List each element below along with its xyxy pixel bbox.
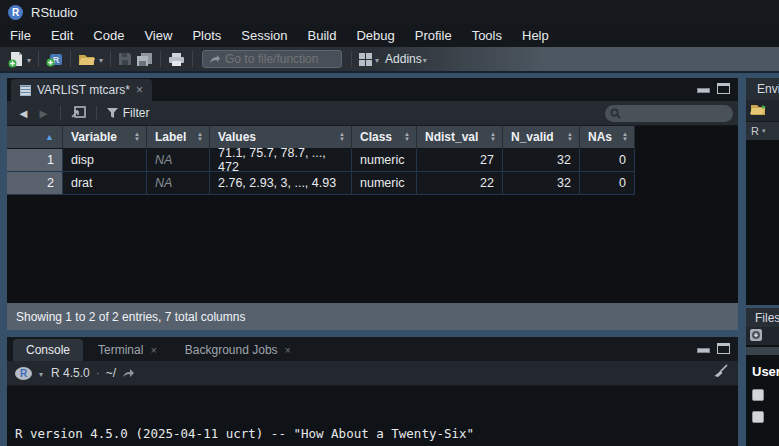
tab-close-icon[interactable]: × bbox=[136, 84, 143, 96]
panes-caret-icon[interactable]: ▾ bbox=[375, 56, 379, 65]
new-project-button[interactable]: R bbox=[44, 49, 65, 69]
console-output[interactable]: R version 4.5.0 (2025-04-11 ucrt) -- "Ho… bbox=[7, 386, 738, 446]
menu-view[interactable]: View bbox=[134, 24, 182, 47]
column-header-variable[interactable]: Variable ▲▼ bbox=[63, 126, 147, 149]
popout-window-icon bbox=[71, 106, 86, 118]
cell-label: NA bbox=[147, 149, 210, 172]
row-number-cell: 2 bbox=[7, 172, 63, 195]
column-header-n-valid[interactable]: N_valid ▲▼ bbox=[503, 126, 580, 149]
back-arrow-icon[interactable]: ◄ bbox=[17, 106, 30, 121]
tab-terminal[interactable]: Terminal × bbox=[85, 339, 170, 361]
cell-label: NA bbox=[147, 172, 210, 195]
print-button[interactable] bbox=[166, 49, 187, 69]
column-header-class[interactable]: Class ▲▼ bbox=[352, 126, 417, 149]
pane-window-controls bbox=[697, 343, 730, 354]
sort-arrows-icon[interactable]: ▲▼ bbox=[622, 132, 630, 142]
toolbar-separator bbox=[60, 106, 61, 120]
sort-arrows-icon[interactable]: ▲▼ bbox=[197, 132, 205, 142]
cell-n-valid: 32 bbox=[503, 149, 580, 172]
save-button[interactable] bbox=[116, 49, 134, 69]
column-label: Ndist_val bbox=[425, 130, 478, 144]
new-file-caret-icon[interactable]: ▾ bbox=[27, 56, 31, 65]
menu-code[interactable]: Code bbox=[83, 24, 134, 47]
tab-label: Terminal bbox=[98, 343, 143, 357]
go-to-directory-button[interactable] bbox=[122, 364, 135, 382]
tab-close-icon[interactable]: × bbox=[150, 344, 156, 356]
column-header-label[interactable]: Label ▲▼ bbox=[147, 126, 210, 149]
console-tab-strip: Console Terminal × Background Jobs × bbox=[7, 337, 738, 361]
cell-nas: 0 bbox=[580, 172, 635, 195]
tab-files[interactable]: Files bbox=[746, 308, 779, 327]
menu-debug[interactable]: Debug bbox=[346, 24, 404, 47]
install-packages-button[interactable] bbox=[749, 327, 764, 346]
sort-arrows-icon[interactable]: ▲▼ bbox=[490, 132, 498, 142]
new-file-button[interactable] bbox=[6, 49, 26, 69]
sort-arrows-icon[interactable]: ▲▼ bbox=[567, 132, 575, 142]
r-logo-icon: R bbox=[15, 367, 32, 380]
goto-file-function-box[interactable] bbox=[202, 50, 342, 68]
environment-scope-dropdown[interactable]: R ▾ bbox=[746, 122, 779, 140]
table-row[interactable]: 1 disp NA 71.1, 75.7, 78.7, ..., 472 num… bbox=[7, 149, 635, 172]
menu-profile[interactable]: Profile bbox=[405, 24, 462, 47]
menu-build[interactable]: Build bbox=[298, 24, 347, 47]
load-workspace-button[interactable] bbox=[750, 102, 768, 120]
addins-caret-icon[interactable]: ▾ bbox=[423, 56, 427, 65]
tab-environment[interactable]: Envir bbox=[746, 78, 779, 100]
minimize-icon[interactable] bbox=[697, 88, 710, 93]
rstudio-logo-icon: R bbox=[8, 5, 23, 20]
tab-close-icon[interactable]: × bbox=[285, 344, 291, 356]
tab-console[interactable]: Console bbox=[13, 339, 83, 361]
pane-window-controls bbox=[697, 83, 730, 94]
column-label: Label bbox=[155, 130, 186, 144]
sort-arrows-icon[interactable]: ▲▼ bbox=[404, 132, 412, 142]
open-file-button[interactable] bbox=[76, 49, 98, 69]
working-directory-label: ~/ bbox=[106, 366, 116, 380]
tab-varlist-mtcars[interactable]: VARLIST mtcars* × bbox=[11, 79, 152, 101]
maximize-icon[interactable] bbox=[717, 343, 730, 354]
save-all-button[interactable] bbox=[134, 49, 155, 69]
spreadsheet-icon bbox=[20, 85, 31, 96]
goto-file-function-input[interactable] bbox=[225, 52, 330, 66]
menu-tools[interactable]: Tools bbox=[462, 24, 512, 47]
table-search-box[interactable] bbox=[605, 105, 733, 122]
column-header-rownum[interactable]: ▲ bbox=[7, 126, 63, 149]
cell-class: numeric bbox=[352, 172, 417, 195]
cell-values: 71.1, 75.7, 78.7, ..., 472 bbox=[210, 149, 352, 172]
clear-console-button[interactable] bbox=[712, 364, 728, 382]
addins-button[interactable]: Addins bbox=[385, 52, 422, 66]
tab-background-jobs[interactable]: Background Jobs × bbox=[172, 339, 304, 361]
menu-file[interactable]: File bbox=[0, 24, 41, 47]
console-toolbar: R ▾ R 4.5.0 · ~/ bbox=[7, 361, 738, 386]
new-file-icon bbox=[8, 51, 24, 68]
environment-toolbar bbox=[746, 100, 779, 122]
filter-button[interactable]: Filter bbox=[107, 106, 150, 120]
workspace-panes-button[interactable] bbox=[357, 49, 374, 69]
r-version-caret-icon[interactable]: ▾ bbox=[39, 370, 43, 379]
sort-arrows-icon[interactable]: ▲▼ bbox=[134, 132, 142, 142]
table-search-input[interactable] bbox=[625, 107, 725, 119]
console-pane: Console Terminal × Background Jobs × R ▾… bbox=[7, 337, 738, 446]
row-number-cell: 1 bbox=[7, 149, 63, 172]
package-checkbox[interactable] bbox=[752, 411, 764, 423]
files-toolbar bbox=[746, 327, 779, 345]
chevron-down-icon: ▾ bbox=[762, 127, 766, 135]
menu-session[interactable]: Session bbox=[231, 24, 297, 47]
r-version-label[interactable]: R 4.5.0 bbox=[51, 366, 90, 380]
sort-arrows-icon[interactable]: ▲▼ bbox=[339, 132, 347, 142]
column-header-nas[interactable]: NAs ▲▼ bbox=[580, 126, 635, 149]
open-file-caret-icon[interactable]: ▾ bbox=[99, 56, 103, 65]
files-pane: Files User bbox=[746, 308, 779, 446]
open-in-new-window-button[interactable] bbox=[71, 104, 86, 122]
menu-edit[interactable]: Edit bbox=[41, 24, 83, 47]
maximize-icon[interactable] bbox=[717, 83, 730, 94]
minimize-icon[interactable] bbox=[697, 348, 710, 353]
print-icon bbox=[168, 52, 185, 67]
install-package-icon bbox=[749, 327, 764, 342]
column-header-ndist-val[interactable]: Ndist_val ▲▼ bbox=[417, 126, 503, 149]
toolbar-separator bbox=[96, 106, 97, 120]
package-checkbox[interactable] bbox=[752, 389, 764, 401]
table-row[interactable]: 2 drat NA 2.76, 2.93, 3, ..., 4.93 numer… bbox=[7, 172, 635, 195]
menu-help[interactable]: Help bbox=[512, 24, 559, 47]
menu-plots[interactable]: Plots bbox=[182, 24, 231, 47]
separator-dot: · bbox=[96, 366, 100, 380]
